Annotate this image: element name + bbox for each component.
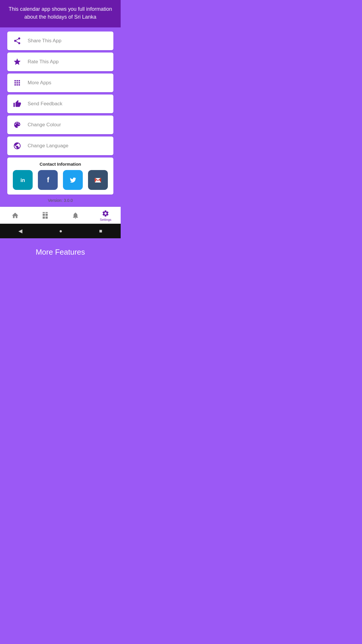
home-icon [11, 212, 19, 219]
svg-text:f: f [47, 176, 50, 184]
share-this-app-button[interactable]: Share This App [7, 32, 113, 50]
grid-icon [13, 78, 22, 88]
rate-label: Rate This App [28, 59, 59, 65]
svg-text:in: in [20, 177, 25, 183]
facebook-button[interactable]: f [38, 170, 58, 190]
palette-icon [13, 120, 22, 130]
thumb-icon [13, 99, 22, 108]
language-label: Change Language [28, 143, 68, 149]
linkedin-button[interactable]: in [13, 170, 33, 190]
share-label: Share This App [28, 38, 61, 44]
contact-info-card: Contact Information in f [7, 158, 113, 195]
home-button[interactable]: ● [59, 228, 62, 234]
version-text: Version: 3.0.0 [48, 198, 73, 203]
menu-container: Share This App Rate This App More Apps S… [7, 32, 113, 155]
nav-notifications[interactable] [67, 212, 84, 219]
more-apps-label: More Apps [28, 80, 51, 86]
rate-this-app-button[interactable]: Rate This App [7, 52, 113, 71]
change-colour-button[interactable]: Change Colour [7, 116, 113, 134]
globe-icon [13, 141, 22, 150]
change-language-button[interactable]: Change Language [7, 136, 113, 155]
send-feedback-button[interactable]: Send Feedback [7, 94, 113, 113]
bottom-nav: Settings [0, 207, 121, 224]
more-features-label: More Features [36, 238, 85, 262]
top-banner: This calendar app shows you full informa… [0, 0, 121, 27]
share-icon [13, 36, 22, 46]
nav-home[interactable] [6, 212, 24, 219]
banner-text: This calendar app shows you full informa… [8, 6, 112, 20]
more-apps-button[interactable]: More Apps [7, 74, 113, 92]
social-icons-row: in f [10, 170, 110, 190]
gmail-button[interactable] [88, 170, 108, 190]
colour-label: Change Colour [28, 122, 61, 128]
twitter-button[interactable] [63, 170, 83, 190]
recent-button[interactable]: ■ [99, 228, 102, 234]
settings-icon [102, 210, 109, 217]
settings-nav-label: Settings [100, 218, 111, 221]
nav-grid[interactable] [36, 212, 54, 219]
nav-settings[interactable]: Settings [97, 210, 114, 221]
notifications-icon [72, 212, 79, 219]
android-bar: ◀ ● ■ [0, 224, 121, 238]
star-icon [13, 57, 22, 66]
nav-grid-icon [41, 212, 49, 219]
contact-title: Contact Information [10, 162, 110, 167]
feedback-label: Send Feedback [28, 101, 62, 107]
back-button[interactable]: ◀ [18, 228, 22, 234]
